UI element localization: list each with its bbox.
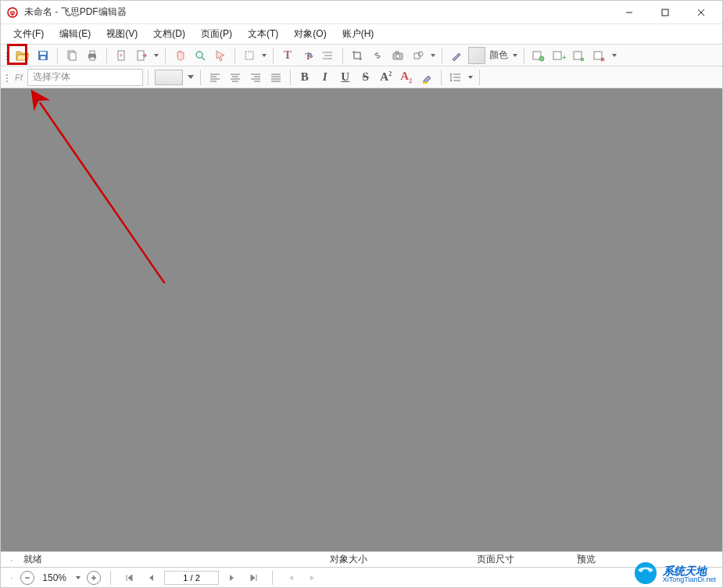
prev-page-button[interactable] xyxy=(142,569,159,586)
menu-edit[interactable]: 编辑(E) xyxy=(52,25,98,43)
first-page-button[interactable] xyxy=(120,569,138,586)
status-ready: 就绪 xyxy=(19,553,66,566)
svg-point-8 xyxy=(6,59,8,60)
shape-dropdown[interactable] xyxy=(429,46,437,65)
subscript-button[interactable]: A2 xyxy=(397,68,416,87)
titlebar: φ 未命名 - 飞思PDF编辑器 xyxy=(1,1,722,24)
svg-rect-13 xyxy=(70,52,76,60)
page-export-button[interactable] xyxy=(132,46,151,65)
svg-rect-34 xyxy=(553,52,561,59)
watermark: 系统天地 XiTongTianDi.net xyxy=(633,565,716,589)
history-back-button[interactable] xyxy=(282,569,299,586)
print-button[interactable] xyxy=(83,46,102,65)
zoom-tool-button[interactable] xyxy=(191,46,209,65)
copy-button[interactable] xyxy=(63,46,81,65)
toolbar-grip-2[interactable] xyxy=(4,68,12,87)
crop-button[interactable] xyxy=(348,46,367,65)
last-page-button[interactable] xyxy=(245,569,263,586)
camera-button[interactable] xyxy=(388,46,407,65)
bottom-grip: · xyxy=(7,572,16,583)
menu-document[interactable]: 文档(D) xyxy=(145,25,193,43)
stamp1-button[interactable] xyxy=(529,46,548,65)
stamp3-button[interactable] xyxy=(570,46,589,65)
align-right-button[interactable] xyxy=(246,68,265,87)
status-page-size: 页面尺寸 xyxy=(472,553,519,566)
watermark-en: XiTongTianDi.net xyxy=(663,576,716,583)
svg-rect-10 xyxy=(40,52,46,55)
strike-button[interactable]: S xyxy=(356,68,375,87)
zoom-in-button[interactable] xyxy=(87,571,101,585)
svg-point-68 xyxy=(642,569,650,577)
font-style-dropdown[interactable] xyxy=(186,68,195,87)
page-insert-button[interactable]: + xyxy=(112,46,131,65)
zoom-out-button[interactable] xyxy=(20,571,34,585)
underline-button[interactable]: U xyxy=(336,68,355,87)
svg-text:+: + xyxy=(119,52,123,59)
watermark-logo-icon xyxy=(633,561,658,586)
superscript-button[interactable]: A2 xyxy=(377,68,396,87)
menu-page[interactable]: 页面(P) xyxy=(193,25,240,43)
menu-account[interactable]: 账户(H) xyxy=(335,25,382,43)
open-button[interactable] xyxy=(13,46,32,65)
color-label: 颜色 xyxy=(488,48,510,62)
hand-tool-button[interactable] xyxy=(170,46,189,65)
line-spacing-button[interactable] xyxy=(319,46,338,65)
align-justify-button[interactable] xyxy=(267,68,285,87)
stamp-dropdown[interactable] xyxy=(610,46,618,65)
toolbar-grip-1[interactable] xyxy=(4,46,12,65)
toolbar-main: + T T 颜色 + xyxy=(1,45,722,66)
highlight-button[interactable] xyxy=(417,68,436,87)
svg-text:+: + xyxy=(562,53,566,62)
italic-button[interactable]: I xyxy=(316,68,335,87)
document-canvas[interactable] xyxy=(1,88,722,551)
svg-point-41 xyxy=(6,77,8,79)
maximize-button[interactable] xyxy=(647,1,683,24)
status-grip: · xyxy=(7,554,16,565)
stamp2-button[interactable]: + xyxy=(549,46,568,65)
stamp4-button[interactable] xyxy=(590,46,609,65)
history-forward-button[interactable] xyxy=(304,569,321,586)
font-name-input[interactable]: 选择字体 xyxy=(27,69,143,86)
shape-button[interactable] xyxy=(409,46,428,65)
select-dropdown[interactable] xyxy=(260,46,268,65)
minimize-button[interactable] xyxy=(611,1,647,24)
align-left-button[interactable] xyxy=(206,68,224,87)
align-center-button[interactable] xyxy=(226,68,245,87)
page-indicator[interactable]: 1 / 2 xyxy=(164,571,219,585)
svg-rect-29 xyxy=(396,52,399,53)
svg-point-7 xyxy=(6,56,8,57)
select-rect-button[interactable] xyxy=(240,46,259,65)
menu-view[interactable]: 视图(V) xyxy=(98,25,145,43)
brush-button[interactable] xyxy=(447,46,466,65)
svg-point-33 xyxy=(539,56,544,61)
close-button[interactable] xyxy=(683,1,719,24)
svg-rect-3 xyxy=(662,9,668,16)
menu-object[interactable]: 对象(O) xyxy=(286,25,334,43)
arrow-tool-button[interactable] xyxy=(211,46,230,65)
svg-point-42 xyxy=(6,81,8,82)
svg-rect-36 xyxy=(574,52,582,59)
menu-text[interactable]: 文本(T) xyxy=(240,25,286,43)
bold-button[interactable]: B xyxy=(295,68,314,87)
text-edit-button[interactable]: T xyxy=(299,46,317,65)
status-preview: 预览 xyxy=(572,553,619,566)
font-family-icon: Ff xyxy=(13,73,24,82)
link-button[interactable] xyxy=(368,46,387,65)
toolbar-dropdown-1[interactable] xyxy=(152,46,160,65)
annotation-arrow xyxy=(1,88,722,551)
svg-rect-15 xyxy=(90,51,95,54)
next-page-button[interactable] xyxy=(224,569,241,586)
line-spacing-dropdown[interactable] xyxy=(467,68,474,87)
svg-rect-11 xyxy=(41,56,45,59)
save-button[interactable] xyxy=(34,46,52,65)
color-dropdown[interactable] xyxy=(511,46,519,65)
font-style-swatch[interactable] xyxy=(153,68,184,87)
fill-button[interactable] xyxy=(467,46,486,65)
line-spacing2-button[interactable] xyxy=(446,68,465,87)
menu-file[interactable]: 文件(F) xyxy=(5,25,52,43)
toolbar-text: Ff 选择字体 B I U S A2 A2 xyxy=(1,66,722,88)
text-tool-button[interactable]: T xyxy=(278,46,297,65)
zoom-dropdown[interactable] xyxy=(74,568,82,587)
svg-point-31 xyxy=(418,52,423,56)
zoom-value[interactable]: 150% xyxy=(39,572,70,583)
